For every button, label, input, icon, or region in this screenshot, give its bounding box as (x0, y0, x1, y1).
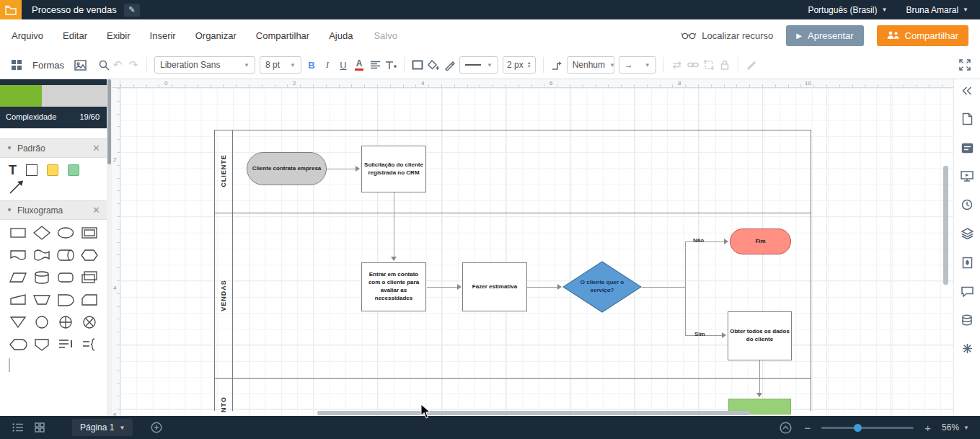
node-start[interactable]: Cliente contrata empresa (247, 152, 327, 185)
history-icon[interactable] (961, 199, 973, 210)
shape-direct-data[interactable] (56, 248, 75, 262)
section-header-fluxograma[interactable]: ▼ Fluxograma ✕ (0, 200, 107, 220)
pen-tool-icon[interactable] (743, 56, 759, 74)
group-icon[interactable] (701, 56, 717, 74)
collapse-triangle-icon[interactable]: ▼ (6, 207, 12, 213)
shape-summing-junction[interactable] (80, 315, 99, 329)
home-folder-button[interactable] (0, 0, 22, 19)
shape-merge[interactable] (9, 315, 27, 329)
text-shape[interactable]: T (9, 164, 17, 176)
scrollbar-thumb[interactable] (107, 79, 111, 164)
shape-data-icon[interactable] (961, 143, 974, 154)
integrations-icon[interactable] (962, 343, 973, 354)
zoom-slider[interactable] (821, 427, 914, 429)
stepper-arrows-icon[interactable]: ▲▼ (527, 61, 531, 68)
rectangle-shape[interactable] (26, 164, 37, 176)
layers-icon[interactable] (961, 228, 974, 239)
redo-button[interactable]: ↷ (125, 56, 141, 74)
shape-card[interactable] (80, 293, 99, 307)
edge-label-sim[interactable]: Sim (694, 331, 705, 337)
close-section-icon[interactable]: ✕ (92, 205, 100, 216)
find-resource-button[interactable]: Localizar recurso (681, 30, 773, 41)
edge-start-crm[interactable] (327, 169, 356, 169)
line-style-select[interactable]: ▼ (459, 56, 498, 74)
close-section-icon[interactable]: ✕ (92, 143, 100, 154)
zoom-out-button[interactable]: − (805, 422, 811, 434)
theme-icon[interactable] (962, 257, 973, 269)
page-tab[interactable]: Página 1▼ (72, 419, 133, 436)
horizontal-scrollbar[interactable] (317, 411, 750, 415)
line-color-icon[interactable] (441, 56, 457, 74)
menu-exibir[interactable]: Exibir (107, 30, 131, 41)
shape-document[interactable] (9, 248, 27, 262)
lock-icon[interactable] (717, 56, 733, 74)
shape-manual-input[interactable] (9, 293, 27, 307)
shape-delay[interactable] (56, 293, 75, 307)
shape-style-icon[interactable] (410, 56, 425, 74)
comments-icon[interactable] (961, 286, 974, 297)
node-dados[interactable]: Obter todos os dados do cliente (728, 311, 792, 360)
shape-terminator[interactable] (56, 226, 75, 240)
fill-color-icon[interactable] (425, 56, 441, 74)
node-fim[interactable]: Fim (730, 229, 791, 254)
swap-arrows-icon[interactable]: ⇄ (669, 56, 685, 74)
node-decisao[interactable]: O cliente quer o serviço? (562, 261, 642, 313)
rename-icon[interactable]: ✎ (124, 4, 140, 17)
connector-type-icon[interactable] (549, 56, 565, 74)
document-settings-icon[interactable] (962, 112, 973, 125)
shapes-grid-icon[interactable] (9, 56, 25, 74)
edge-dados-proximo[interactable] (759, 360, 760, 393)
font-family-select[interactable]: Liberation Sans▼ (154, 56, 255, 74)
edge-contato-estimativa[interactable] (427, 287, 457, 288)
shape-data[interactable] (9, 270, 27, 285)
presentation-icon[interactable] (961, 171, 974, 182)
shape-manual-operation[interactable] (32, 293, 51, 307)
shape-predefined-process[interactable] (80, 226, 99, 240)
edge-decisao-branch[interactable] (642, 287, 686, 288)
shape-decision[interactable] (32, 226, 51, 240)
font-size-select[interactable]: 8 pt▼ (260, 56, 301, 74)
menu-arquivo[interactable]: Arquivo (12, 30, 43, 41)
lane-label-atendimento[interactable]: NTO (220, 376, 227, 416)
page-grid-icon[interactable] (32, 419, 48, 436)
shape-alternate-process[interactable] (56, 270, 75, 285)
lane-label-vendas[interactable]: VENDAS (220, 267, 227, 324)
document-title[interactable]: Processo de vendas (32, 4, 117, 15)
node-contato[interactable]: Entrar em contato com o cliente para ava… (361, 262, 426, 311)
shape-blank[interactable] (9, 358, 10, 372)
collapse-triangle-icon[interactable]: ▼ (6, 145, 12, 151)
zoom-in-button[interactable]: + (924, 422, 931, 434)
text-align-icon[interactable] (367, 56, 383, 74)
shape-display[interactable] (9, 337, 27, 352)
share-button[interactable]: Compartilhar (877, 25, 968, 46)
lane-label-cliente[interactable]: CLIENTE (220, 142, 227, 200)
menu-inserir[interactable]: Inserir (150, 30, 176, 41)
canvas-region[interactable]: CLIENTE VENDAS NTO Não Sim Cliente contr… (112, 79, 953, 416)
arrow-shape[interactable] (0, 179, 107, 200)
shape-multiple-process[interactable] (80, 270, 99, 285)
menu-ajuda[interactable]: Ajuda (329, 30, 353, 41)
undo-button[interactable]: ↶ (110, 56, 125, 74)
node-crm[interactable]: Solicitação do cliente registrada no CRM (361, 146, 426, 192)
add-page-button[interactable] (149, 419, 164, 436)
page-list-icon[interactable] (10, 419, 26, 436)
italic-button[interactable]: I (319, 56, 335, 74)
zoom-level-select[interactable]: 56%▼ (942, 422, 969, 433)
edge-nao-fim[interactable] (685, 241, 724, 242)
vertical-scrollbar[interactable] (943, 166, 948, 285)
language-selector[interactable]: Português (Brasil)▼ (808, 5, 887, 15)
bold-button[interactable]: B (304, 56, 319, 74)
edge-crm-contato[interactable] (394, 192, 394, 257)
shapes-panel-scrollbar[interactable] (107, 79, 112, 416)
arrowhead-select[interactable]: →▼ (619, 56, 656, 74)
shape-or-junction[interactable] (56, 315, 75, 329)
shape-database[interactable] (32, 270, 51, 285)
text-style-icon[interactable] (383, 56, 399, 74)
fullscreen-icon[interactable] (957, 56, 973, 74)
underline-button[interactable]: U (335, 56, 351, 74)
shape-connector[interactable] (32, 315, 51, 329)
shape-punched-tape[interactable] (32, 248, 51, 262)
shape-off-page[interactable] (32, 337, 51, 352)
data-linking-icon[interactable] (961, 314, 973, 326)
expand-panel-icon[interactable] (778, 419, 794, 436)
